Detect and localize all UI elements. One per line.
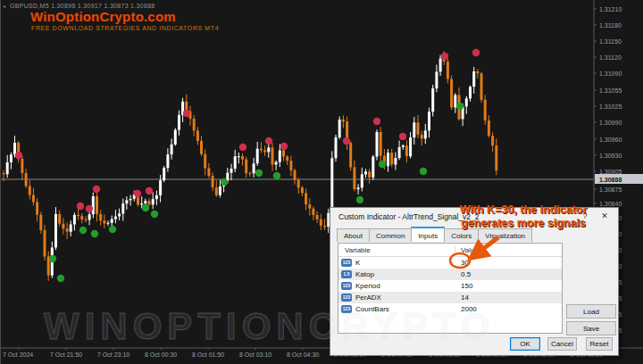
column-header-variable: Variable: [345, 246, 371, 254]
column-header-value: Value: [461, 246, 479, 254]
sell-signal-dot: [239, 144, 246, 151]
sell-signal-dot: [280, 143, 288, 150]
buy-signal-dot: [356, 196, 363, 203]
close-icon[interactable]: ✕: [598, 211, 611, 222]
param-name: CountBars: [355, 305, 389, 313]
help-icon[interactable]: ?: [579, 211, 591, 222]
buy-signal-dot: [420, 168, 427, 175]
sell-signal-dot: [86, 205, 93, 212]
param-name: K: [355, 259, 360, 267]
param-value[interactable]: 0.5: [461, 270, 471, 278]
sell-signal-dot: [15, 152, 22, 159]
buy-signal-dot: [109, 226, 116, 233]
param-type-icon: 123: [341, 294, 352, 302]
custom-indicator-dialog: Custom Indicator - AltrTrend_Signal_v2_2…: [330, 207, 619, 356]
sell-signal-dot: [93, 186, 100, 193]
svg-text:8 Oct 01:50: 8 Oct 01:50: [192, 352, 224, 358]
param-row-countbars[interactable]: 123CountBars2000: [338, 303, 562, 315]
param-type-icon: 1.5: [341, 270, 352, 278]
svg-text:7 Oct 23:10: 7 Oct 23:10: [97, 352, 129, 358]
column-divider: [455, 245, 455, 254]
svg-text:1.30840: 1.30840: [599, 201, 622, 207]
brand-text: WinOptionCrypto.com: [30, 9, 176, 24]
tab-colors[interactable]: Colors: [444, 228, 479, 242]
ok-button[interactable]: OK: [510, 337, 540, 351]
param-name: PerADX: [355, 294, 381, 302]
param-row-peradx[interactable]: 123PerADX14: [338, 292, 562, 303]
symbol-ohlc-line: GBPUSD,M5 1.30896 1.30917 1.30873 1.3088…: [10, 3, 155, 9]
param-row-kperiod[interactable]: 123Kperiod150: [338, 280, 562, 292]
dialog-titlebar[interactable]: Custom Indicator - AltrTrend_Signal_v2_2…: [330, 208, 618, 225]
buy-signal-dot: [142, 204, 149, 211]
param-name: Kperiod: [355, 282, 380, 290]
tab-common[interactable]: Common: [369, 228, 412, 242]
sell-signal-dot: [265, 137, 272, 145]
sell-signal-dot: [373, 118, 380, 125]
param-type-icon: 123: [341, 305, 352, 313]
svg-text:1.31025: 1.31025: [599, 103, 622, 110]
param-row-k[interactable]: 123K30: [338, 257, 562, 269]
param-row-katop[interactable]: 1.5Katop0.5: [338, 269, 562, 280]
inputs-table: Variable Value 123K301.5Katop0.5123Kperi…: [338, 243, 563, 334]
param-type-icon: 123: [341, 259, 352, 267]
buy-signal-dot: [151, 211, 158, 218]
param-name: Katop: [355, 270, 374, 278]
buy-signal-dot: [79, 227, 87, 234]
table-header: Variable Value: [338, 244, 562, 257]
sell-signal-dot: [77, 203, 84, 210]
svg-text:1.30960: 1.30960: [599, 136, 622, 143]
sell-signal-dot: [441, 53, 448, 60]
sell-signal-dot: [183, 110, 190, 117]
chart-marker-icon: ◂: [3, 3, 5, 9]
svg-text:8 Oct 04:30: 8 Oct 04:30: [287, 352, 319, 358]
svg-text:1.31210: 1.31210: [599, 6, 622, 12]
svg-text:1.31150: 1.31150: [599, 38, 622, 45]
dialog-title: Custom Indicator - AltrTrend_Signal_v2_2: [338, 212, 480, 221]
load-button[interactable]: Load: [566, 304, 616, 318]
param-value[interactable]: 150: [461, 282, 472, 290]
tab-about[interactable]: About: [337, 228, 370, 242]
brand-tagline: FREE DOWNLOAD STRATEGIES AND INDICATORS …: [31, 25, 219, 31]
param-value[interactable]: 2000: [461, 305, 477, 313]
dialog-tabs: AboutCommonInputsColorsVisualization: [337, 228, 531, 242]
param-value[interactable]: 14: [461, 294, 469, 302]
tab-visualization[interactable]: Visualization: [478, 228, 532, 242]
svg-text:1.30888: 1.30888: [599, 177, 622, 183]
svg-text:7 Oct 21:50: 7 Oct 21:50: [50, 352, 82, 358]
buy-signal-dot: [255, 170, 263, 177]
svg-text:8 Oct 00:30: 8 Oct 00:30: [145, 352, 177, 358]
buy-signal-dot: [273, 172, 280, 179]
svg-text:1.30905: 1.30905: [599, 169, 622, 175]
buy-signal-dot: [379, 161, 386, 168]
sell-signal-dot: [399, 133, 406, 140]
svg-text:1.30990: 1.30990: [599, 120, 622, 126]
buy-signal-dot: [49, 255, 56, 262]
sell-signal-dot: [146, 187, 153, 194]
svg-text:1.31055: 1.31055: [599, 87, 622, 94]
svg-text:1.31120: 1.31120: [599, 54, 622, 61]
save-button[interactable]: Save: [566, 321, 616, 335]
mt4-chart-window: 1.312101.311801.311501.311201.310901.310…: [0, 0, 643, 364]
sell-signal-dot: [134, 190, 141, 197]
sell-signal-dot: [472, 49, 480, 56]
reset-button[interactable]: Reset: [586, 337, 613, 351]
svg-text:1.30930: 1.30930: [599, 153, 622, 159]
buy-signal-dot: [221, 178, 228, 186]
svg-text:7 Oct 2024: 7 Oct 2024: [3, 352, 33, 358]
svg-text:1.31090: 1.31090: [599, 70, 622, 77]
sell-signal-dot: [343, 137, 350, 145]
buy-signal-dot: [91, 230, 98, 237]
param-value[interactable]: 30: [461, 259, 469, 267]
buy-signal-dot: [456, 103, 463, 110]
param-type-icon: 123: [341, 282, 352, 290]
buy-signal-dot: [57, 275, 64, 282]
cancel-button[interactable]: Cancel: [547, 337, 577, 351]
tab-inputs[interactable]: Inputs: [411, 227, 445, 242]
svg-text:1.31180: 1.31180: [599, 22, 622, 29]
svg-text:1.30875: 1.30875: [599, 186, 622, 193]
svg-text:8 Oct 03:10: 8 Oct 03:10: [239, 352, 271, 358]
